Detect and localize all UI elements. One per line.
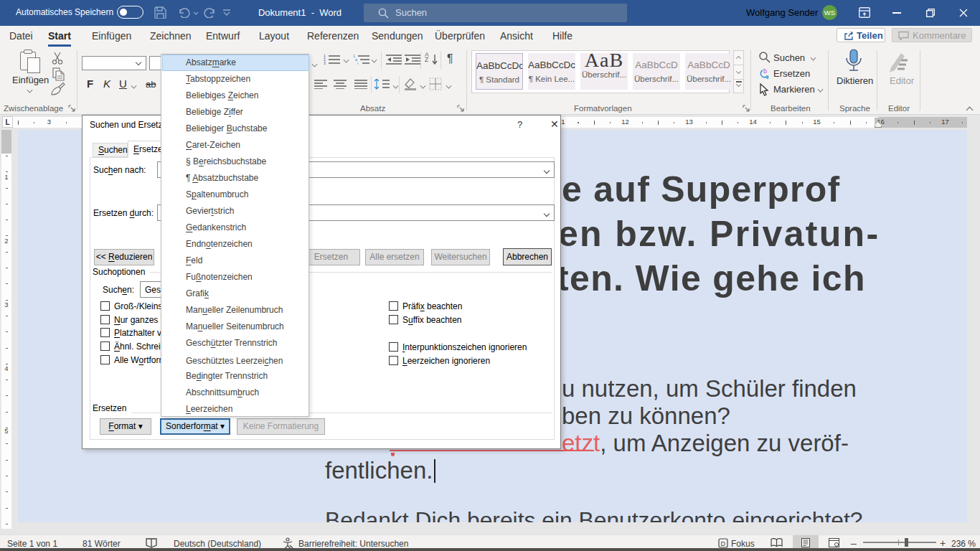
svg-text:c: c [765,73,769,80]
svg-text:i: i [357,61,358,65]
svg-text:3: 3 [324,61,326,65]
svg-text:D: D [721,540,726,547]
